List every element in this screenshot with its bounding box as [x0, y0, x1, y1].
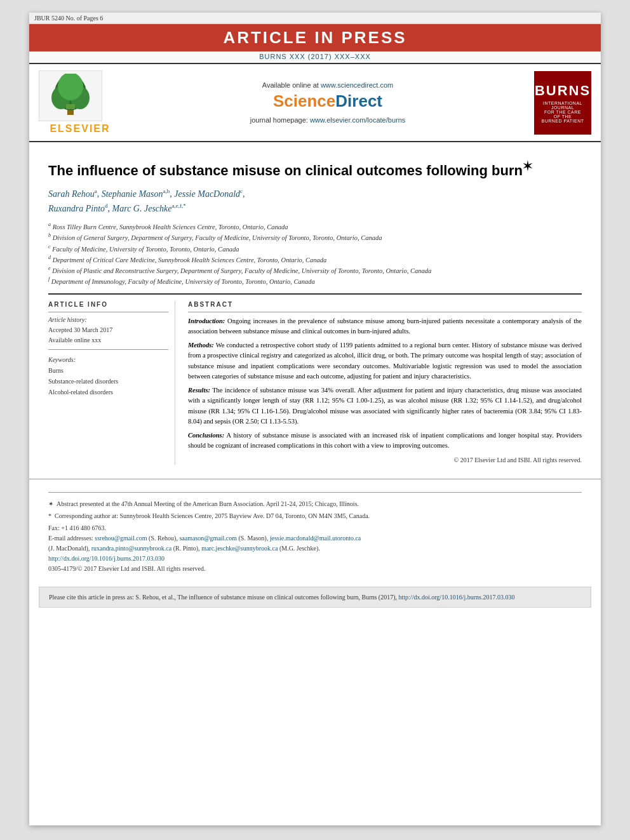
authors-line: Sarah Rehoua, Stephanie Masona,b, Jessie… — [48, 187, 582, 216]
page: JBUR 5240 No. of Pages 6 ARTICLE IN PRES… — [29, 13, 601, 825]
citation-box: Please cite this article in press as: S.… — [39, 587, 591, 608]
journal-center: Available online at www.sciencedirect.co… — [121, 81, 534, 124]
abstract-column: ABSTRACT Introduction: Ongoing increases… — [188, 301, 582, 465]
fax-text: Fax: +1 416 480 6763. — [48, 524, 106, 531]
footnotes-divider — [48, 492, 582, 493]
citation-doi[interactable]: http://dx.doi.org/10.1016/j.burns.2017.0… — [399, 594, 515, 601]
affil-a: a Ross Tilley Burn Centre, Sunnybrook He… — [48, 221, 582, 232]
intro-text: Ongoing increases in the prevalence of s… — [188, 317, 582, 335]
author-3: Jessie MacDonald — [174, 189, 240, 199]
burns-brand: BURNS — [535, 83, 591, 99]
affil-c: c Faculty of Medicine, University of Tor… — [48, 243, 582, 254]
burns-subtitle: INTERNATIONAL JOURNALFOR THE CARE OF THE… — [540, 101, 585, 123]
available-label: Available online at — [262, 81, 319, 89]
keywords-divider — [48, 349, 168, 350]
main-divider — [48, 293, 582, 295]
author-4-sup: d — [105, 203, 108, 209]
fn2-text: Corresponding author at: Sunnybrook Heal… — [55, 511, 370, 521]
fn2-marker: * — [48, 511, 51, 521]
affil-e: e Division of Plastic and Reconstructive… — [48, 265, 582, 276]
abstract-intro: Introduction: Ongoing increases in the p… — [188, 316, 582, 337]
abstract-methods: Methods: We conducted a retrospective co… — [188, 340, 582, 382]
author-1: Sarah Rehou — [48, 189, 95, 199]
methods-text: We conducted a retrospective cohort stud… — [188, 342, 582, 380]
svg-point-4 — [58, 74, 83, 100]
conclusions-title: Conclusions: — [188, 432, 224, 439]
article-history-items: Accepted 30 March 2017 Available online … — [48, 325, 168, 345]
abstract-results: Results: The incidence of substance misu… — [188, 385, 582, 427]
tree-icon — [42, 74, 99, 118]
journal-homepage: journal homepage: www.elsevier.com/locat… — [134, 116, 521, 124]
footnote-2: * Corresponding author at: Sunnybrook He… — [48, 511, 582, 521]
affiliations: a Ross Tilley Burn Centre, Sunnybrook He… — [48, 221, 582, 287]
keywords-label: Keywords: — [48, 356, 168, 363]
author-5: Marc G. Jeschke — [112, 204, 172, 213]
fn1-text: Abstract presented at the 47th Annual Me… — [57, 499, 359, 509]
email-line: E-mail addresses: ssrehou@gmail.com (S. … — [48, 533, 582, 554]
citation-text: Please cite this article in press as: S.… — [49, 594, 397, 601]
author-5-sup: a,e,f,* — [171, 203, 185, 209]
article-info-column: ARTICLE INFO Article history: Accepted 3… — [48, 301, 175, 465]
elsevier-tree — [39, 70, 102, 121]
author-1-sup: a — [95, 188, 97, 194]
keyword-3: Alcohol-related disorders — [48, 387, 168, 397]
author-2: Stephanie Mason — [102, 189, 163, 199]
footnote-1: ✶ Abstract presented at the 47th Annual … — [48, 499, 582, 509]
doi-line: http://dx.doi.org/10.1016/j.burns.2017.0… — [48, 554, 582, 564]
history-label: Article history: — [48, 316, 168, 323]
keyword-1: Burns — [48, 365, 168, 376]
sciencedirect-brand: ScienceDirect — [134, 91, 521, 111]
affil-d: d Department of Critical Care Medicine, … — [48, 254, 582, 265]
email-jmacdonald[interactable]: jessie.macdonald@mail.utoronto.ca — [270, 535, 361, 542]
title-asterisk: ✶ — [523, 159, 532, 173]
article-title: The influence of substance misuse on cli… — [48, 159, 582, 180]
main-content: The influence of substance misuse on cli… — [29, 142, 601, 472]
svg-rect-5 — [66, 104, 75, 109]
footnotes-section: ✶ Abstract presented at the 47th Annual … — [29, 479, 601, 580]
copyright: © 2017 Elsevier Ltd and ISBI. All rights… — [188, 455, 582, 465]
issn-line: 0305-4179/© 2017 Elsevier Ltd and ISBI. … — [48, 564, 582, 574]
conclusions-text: A history of substance misuse is associa… — [188, 432, 582, 449]
homepage-url[interactable]: www.elsevier.com/locate/burns — [310, 116, 405, 124]
results-title: Results: — [188, 387, 210, 394]
abstract-divider — [188, 312, 582, 312]
methods-title: Methods: — [188, 342, 214, 349]
top-banner: JBUR 5240 No. of Pages 6 — [29, 13, 601, 24]
keyword-2: Substance-related disorders — [48, 376, 168, 387]
abstract-conclusions: Conclusions: A history of substance misu… — [188, 430, 582, 451]
journal-header: ELSEVIER Available online at www.science… — [29, 63, 601, 142]
email-smason[interactable]: saamason@gmail.com — [179, 535, 237, 542]
sciencedirect-url[interactable]: www.sciencedirect.com — [321, 81, 393, 89]
article-info-divider — [48, 312, 168, 312]
intro-title: Introduction: — [188, 317, 225, 324]
keywords-list: Burns Substance-related disorders Alcoho… — [48, 365, 168, 397]
email-label: E-mail addresses: — [48, 535, 93, 542]
abstract-text: Introduction: Ongoing increases in the p… — [188, 316, 582, 465]
fax-line: Fax: +1 416 480 6763. — [48, 523, 582, 533]
available-online: Available online at www.sciencedirect.co… — [134, 81, 521, 89]
journal-ref-text: BURNS XXX (2017) XXX–XXX — [259, 53, 371, 60]
author-3-sup: c — [240, 188, 243, 194]
aip-text: ARTICLE IN PRESS — [223, 28, 406, 47]
aip-header: ARTICLE IN PRESS — [29, 24, 601, 51]
affil-b: b Division of General Surgery, Departmen… — [48, 232, 582, 243]
burns-logo: BURNS INTERNATIONAL JOURNALFOR THE CARE … — [534, 71, 591, 135]
accepted-date: Accepted 30 March 2017 — [48, 325, 168, 335]
elsevier-logo: ELSEVIER — [39, 70, 121, 135]
homepage-label: journal homepage: — [250, 116, 308, 124]
fn1-marker: ✶ — [48, 499, 53, 509]
available-online: Available online xxx — [48, 335, 168, 345]
email-rpinto[interactable]: ruxandra.pinto@sunnybrook.ca — [91, 545, 171, 552]
email-srehou[interactable]: ssrehou@gmail.com — [95, 535, 147, 542]
elsevier-brand: ELSEVIER — [39, 123, 121, 135]
title-text: The influence of substance misuse on cli… — [48, 163, 523, 178]
results-text: The incidence of substance misuse was 34… — [188, 387, 582, 425]
banner-text: JBUR 5240 No. of Pages 6 — [34, 15, 103, 22]
article-info-label: ARTICLE INFO — [48, 301, 168, 308]
two-column-section: ARTICLE INFO Article history: Accepted 3… — [48, 301, 582, 465]
journal-ref: BURNS XXX (2017) XXX–XXX — [29, 51, 601, 63]
email-mjeschke[interactable]: marc.jeschke@sunnybrook.ca — [201, 545, 278, 552]
abstract-label: ABSTRACT — [188, 301, 582, 308]
doi-link[interactable]: http://dx.doi.org/10.1016/j.burns.2017.0… — [48, 555, 164, 562]
author-2-sup: a,b — [163, 188, 170, 194]
